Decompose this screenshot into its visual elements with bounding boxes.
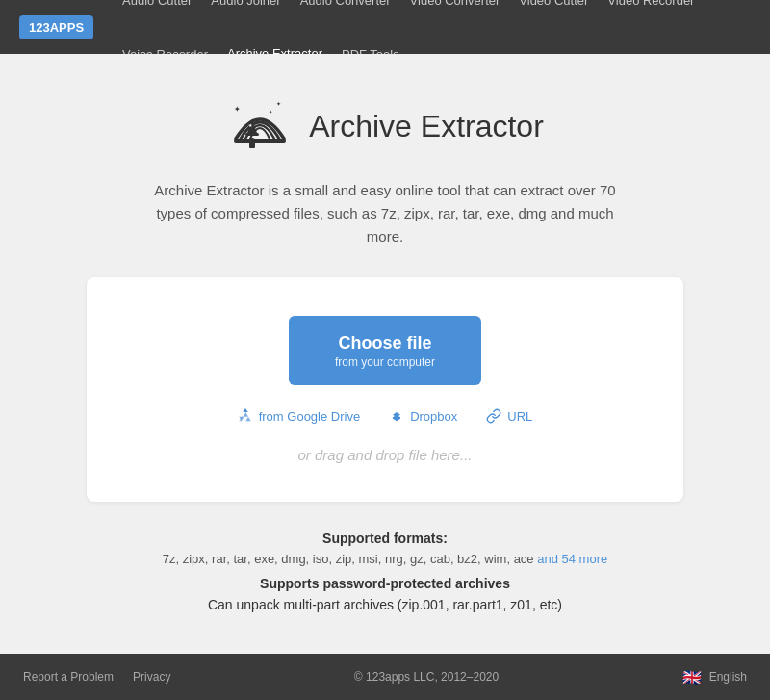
choose-file-label: Choose file [338,333,431,353]
footer-copyright: © 123apps LLC, 2012–2020 [354,670,499,684]
nav-audio-joiner[interactable]: Audio Joiner [201,0,290,27]
url-link[interactable]: URL [486,408,532,424]
language-label[interactable]: English [709,670,747,684]
nav-audio-converter[interactable]: Audio Converter [291,0,400,27]
drag-drop-hint: or drag and drop file here... [298,447,473,463]
footer: Report a Problem Privacy © 123apps LLC, … [0,654,770,700]
svg-text:✦: ✦ [276,101,281,107]
gdrive-icon [238,408,253,424]
footer-links: Report a Problem Privacy [23,670,170,684]
header: 123APPS Audio Cutter Audio Joiner Audio … [0,0,770,54]
feature-password: Supports password-protected archives [163,576,607,591]
choose-file-button[interactable]: Choose file from your computer [289,316,481,385]
cloud-links: from Google Drive Dropbox URL [238,408,533,424]
privacy-link[interactable]: Privacy [133,670,170,684]
svg-rect-5 [245,133,259,136]
svg-rect-3 [234,139,286,143]
gdrive-label: from Google Drive [259,409,360,424]
brand-logo[interactable]: 123APPS [19,15,93,39]
feature-multipart: Can unpack multi-part archives (zip.001,… [163,597,607,612]
nav-video-converter[interactable]: Video Converter [400,0,510,27]
gdrive-link[interactable]: from Google Drive [238,408,360,424]
dropbox-link[interactable]: Dropbox [389,408,457,424]
nav-audio-cutter[interactable]: Audio Cutter [113,0,201,27]
formats-section: Supported formats: 7z, zipx, rar, tar, e… [163,531,607,612]
nav-video-recorder[interactable]: Video Recorder [598,0,704,27]
app-icon: ✦ ✦ ✦ ★ [226,92,294,160]
language-flag: 🇬🇧 [682,668,702,687]
url-icon [486,408,501,424]
dropbox-icon [389,408,404,424]
svg-rect-7 [249,143,255,148]
nav-video-cutter[interactable]: Video Cutter [509,0,598,27]
app-header: ✦ ✦ ✦ ★ Archive Extractor [226,92,544,160]
upload-box: Choose file from your computer from Goog… [87,277,683,502]
report-problem-link[interactable]: Report a Problem [23,670,114,684]
app-description: Archive Extractor is a small and easy on… [144,179,626,248]
formats-list: 7z, zipx, rar, tar, exe, dmg, iso, zip, … [163,552,607,566]
supported-title: Supported formats: [163,531,607,546]
main-content: ✦ ✦ ✦ ★ Archive Extractor Ar [0,54,770,654]
url-label: URL [507,409,532,424]
more-formats-link[interactable]: and 54 more [537,552,607,566]
rainbow-icon: ✦ ✦ ✦ ★ [226,92,294,160]
dropbox-label: Dropbox [410,409,457,424]
choose-file-sublabel: from your computer [335,355,435,369]
svg-text:✦: ✦ [269,109,272,115]
footer-language: 🇬🇧 English [682,668,747,687]
svg-text:✦: ✦ [234,105,241,114]
app-title: Archive Extractor [309,109,544,144]
